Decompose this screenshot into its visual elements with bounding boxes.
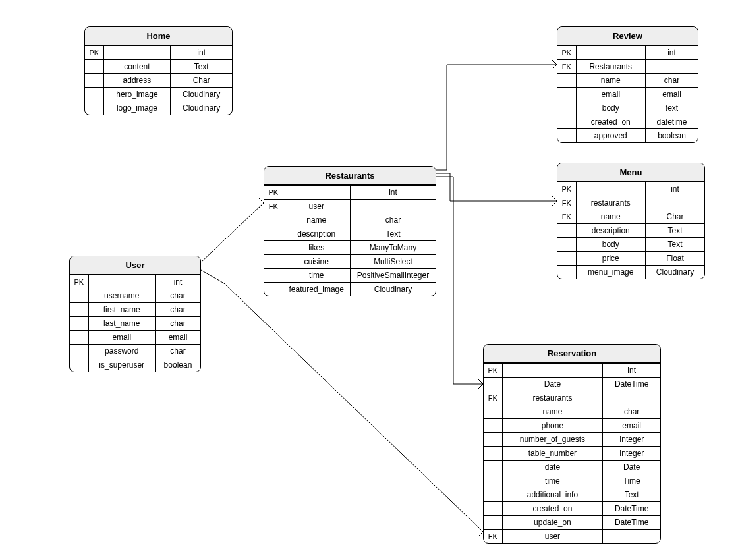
entity-restaurants: Restaurants PKint FKuser namechar descri… (264, 166, 436, 296)
entity-review-rows: PKint FKRestaurants namechar emailemail … (557, 45, 698, 142)
entity-user-title: User (70, 256, 200, 275)
entity-home-rows: PKint contentText addressChar hero_image… (85, 45, 232, 115)
entity-menu-title: Menu (557, 163, 704, 182)
entity-reservation-rows: PKint DateDateTime FKrestaurants namecha… (484, 363, 660, 543)
entity-restaurants-title: Restaurants (264, 167, 436, 185)
entity-reservation: Reservation PKint DateDateTime FKrestaur… (483, 344, 661, 544)
entity-user: User PKint usernamechar first_namechar l… (69, 256, 201, 372)
entity-restaurants-rows: PKint FKuser namechar descriptionText li… (264, 185, 436, 296)
entity-user-rows: PKint usernamechar first_namechar last_n… (70, 275, 200, 372)
entity-home: Home PKint contentText addressChar hero_… (84, 26, 233, 115)
entity-home-title: Home (85, 27, 232, 45)
entity-reservation-title: Reservation (484, 345, 660, 363)
entity-review: Review PKint FKRestaurants namechar emai… (557, 26, 698, 143)
entity-menu-rows: PKint FKrestaurants FKnameChar descripti… (557, 182, 704, 279)
entity-review-title: Review (557, 27, 698, 45)
entity-menu: Menu PKint FKrestaurants FKnameChar desc… (557, 163, 705, 279)
